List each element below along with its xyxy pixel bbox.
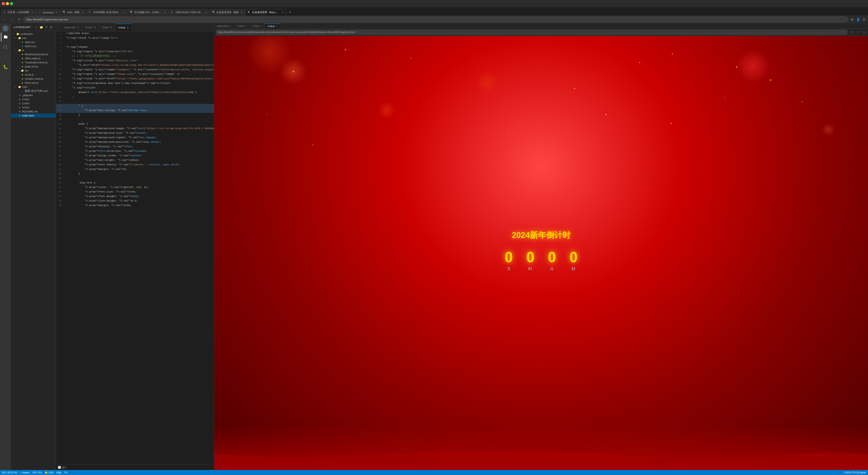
tree-item-style-css[interactable]: ●style.css [11, 40, 56, 44]
browser-tab-tab8[interactable]: B红色喜庆背景 - Bing images✕ [246, 9, 286, 16]
preview-url-input[interactable] [216, 30, 847, 35]
tree-item-label: MeshfaceSampler.js [25, 53, 49, 56]
preview-tab-4-html[interactable]: 4.html✕ [265, 24, 280, 29]
seconds-number: 0 [569, 250, 578, 264]
editor-tab-3-html[interactable]: 3.html✕ [99, 24, 116, 31]
avatar-icon[interactable]: 👤 [2, 25, 8, 32]
sidebar-icons-row: + 📁 ↺ ⊟ [35, 25, 53, 29]
countdown-hours: 0 时 [526, 250, 534, 272]
mp3-icon: ♪ [21, 90, 24, 93]
svg-point-0 [4, 46, 6, 49]
browser-tab-tab2[interactable]: ♡loveHeart✕ [36, 9, 60, 16]
code-line-32: 32 } [56, 172, 214, 176]
code-line-29: 29 "t-prop">min-height: "t-val">100vm; [56, 158, 214, 162]
minimize-button[interactable] [6, 2, 9, 5]
tree-item-confession[interactable]: ▾📁confession [11, 32, 56, 36]
preview-content: 2024新年倒计时 0 天 0 时 0 分 [214, 36, 868, 470]
browser-tab-tab4[interactable]: CCSDN博客-专业IT技术发表平台✕ [86, 9, 127, 16]
close-button[interactable] [2, 2, 5, 5]
countdown-numbers: 0 天 0 时 0 分 0 秒 [505, 250, 578, 272]
js-icon: ● [21, 77, 24, 80]
editor-nav-left[interactable]: ‹ [56, 25, 61, 30]
browser-tab-tab1[interactable]: ✎写文章 - CSDN博客✕ [1, 9, 36, 16]
code-line-37: 37 "t-prop">font-weight: "t-val">bold; [56, 194, 214, 199]
debug-activity-item[interactable]: 🐛 [1, 62, 10, 71]
tree-item-OBJLoader-js[interactable]: ●OBJLoader.js [11, 56, 56, 60]
tree-item-css[interactable]: ▾📁css [11, 36, 56, 40]
address-input[interactable] [24, 17, 848, 22]
search-activity-item[interactable] [1, 42, 10, 52]
tree-item-me[interactable]: ▸📁me [11, 68, 56, 72]
code-line-4: 4"t-tag"><head> [56, 45, 214, 50]
new-folder-icon[interactable]: 📁 [39, 25, 43, 29]
tree-item-three-min-js[interactable]: ●three.min.js [11, 81, 56, 85]
tree-item--gitignore[interactable]: ●.gitignore [11, 93, 56, 97]
tree-item-gsap-min-js[interactable]: ●gsap.min.js [11, 64, 56, 68]
tree-item-label: simplex-noise.js [25, 77, 43, 80]
browser-tab-tab5[interactable]: 🔍元旦视频.html - CSDN搜索✕ [127, 9, 168, 16]
new-file-icon[interactable]: + [35, 25, 38, 29]
browser-tab-tab7[interactable]: 🔍红色喜庆背景 - 搜索✕ [210, 9, 245, 16]
tree-item-js[interactable]: ▾📁js [11, 48, 56, 52]
preview-close-icon[interactable]: ✕ [862, 30, 866, 35]
js-icon: ● [21, 53, 24, 56]
reload-button[interactable]: ↺ [16, 17, 22, 22]
maximize-button[interactable] [10, 2, 13, 5]
browser-tab-tab3[interactable]: 🔍csdn - 搜索✕ [60, 9, 86, 16]
extensions-icon[interactable]: ⊞ [850, 17, 855, 22]
countdown-minutes: 0 分 [548, 250, 556, 272]
forward-button[interactable]: → [9, 17, 14, 22]
tree-item-mp3[interactable]: ▾📁mp3 [11, 85, 56, 89]
tree-item-label: style.css [25, 41, 35, 43]
countdown-seconds: 0 秒 [569, 250, 578, 272]
code-line-34: 34 .big-text { [56, 181, 214, 185]
preview-tab-2-html[interactable]: 2.html✕ [234, 24, 250, 29]
collapse-icon[interactable]: ⊟ [50, 25, 53, 29]
profile-icon[interactable]: 👤 [856, 17, 860, 22]
html-icon: ● [18, 106, 21, 109]
preview-open-icon[interactable]: ↗ [855, 30, 860, 35]
status-right: CSDN 升计划 lightly [844, 471, 866, 474]
tree-item-MeshfaceSampler-js[interactable]: ●MeshfaceSampler.js [11, 52, 56, 56]
explorer-activity-item[interactable] [1, 33, 10, 41]
new-tab-button[interactable]: + [287, 9, 293, 16]
preview-tab-3-html[interactable]: 3.html✕ [250, 24, 265, 29]
code-line-9: 9 "t-tag"><meta "t-attr">name="viewport"… [56, 68, 214, 72]
editor-tab-2-html[interactable]: 2.html✕ [83, 24, 99, 31]
js-icon: ● [21, 57, 24, 60]
back-button[interactable]: ← [2, 17, 7, 22]
folder-icon: 📁 [21, 69, 24, 72]
tree-item---------mp3[interactable]: ♪圆形-告白气球.mp3 [11, 89, 56, 93]
tree-item-simplex-noise-js[interactable]: ●simplex-noise.js [11, 77, 56, 81]
tree-item-script-js[interactable]: ●script.js [11, 72, 56, 77]
css-icon: ● [21, 44, 24, 48]
git-activity-item[interactable]: ⑂ [1, 53, 10, 61]
preview-refresh-icon[interactable]: ↺ [849, 30, 854, 35]
tree-item-2-html[interactable]: ●2.html [11, 97, 56, 101]
code-line-35: 35 "t-prop">color: "t-val">rgb(255, 215,… [56, 185, 214, 190]
tree-item-label: three.min.js [25, 82, 38, 84]
code-line-30: 30 "t-prop">font-family: "t-val">'Lobste… [56, 162, 214, 167]
code-editor[interactable]: 1<!DOCTYPE html>2"t-tag"><html "t-attr">… [56, 31, 214, 465]
tree-item-3-html[interactable]: ●3.html [11, 101, 56, 106]
tree-item-label: 3.html [22, 102, 29, 105]
tree-item-style1-css[interactable]: ●style1.css [11, 44, 56, 48]
days-label: 天 [507, 266, 511, 272]
code-line-33: 33 [56, 176, 214, 181]
tree-item-TrackballControls-js[interactable]: ●TrackballControls.js [11, 60, 56, 64]
transfer-label: 传输 [56, 471, 61, 474]
editor-tab-4-html[interactable]: 4.html✕ [116, 24, 132, 31]
tree-item-README-md[interactable]: ●README.md [11, 110, 56, 114]
preview-tab-index-html[interactable]: index.html✕ [214, 24, 234, 29]
code-line-17: 17 * { [56, 104, 214, 108]
browser-tab-tab6[interactable]: C100行html5+CSS3+JS代码实现...✕ [168, 9, 209, 16]
hours-label: 时 [528, 266, 532, 272]
refresh-icon[interactable]: ↺ [44, 25, 48, 29]
tree-item-4-html[interactable]: ●4.html [11, 106, 56, 110]
tree-item-label: mp3 [22, 86, 27, 88]
editor-tab-index-html[interactable]: index.html✕ [61, 24, 83, 31]
settings-icon[interactable]: ⚙ [862, 17, 866, 22]
tree-item-index-html[interactable]: ●index.html [11, 114, 56, 118]
status-percent: 7% [64, 471, 68, 474]
status-branch[interactable]: ⑂ master [20, 471, 30, 474]
